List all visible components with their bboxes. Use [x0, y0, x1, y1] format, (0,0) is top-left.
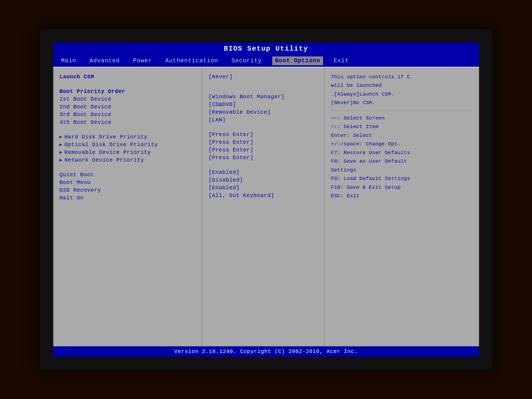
content-area: Launch CSM Boot Priority Order 1st Boot … — [53, 67, 479, 346]
removable-priority[interactable]: Removable Device Priority — [60, 149, 195, 155]
launch-csm-label[interactable]: Launch CSM — [60, 74, 195, 80]
key-help-8: F10: Save & Exit Setup — [331, 184, 473, 191]
menu-boot-options[interactable]: Boot Options — [272, 56, 323, 65]
boot-menu-label[interactable]: Boot Menu — [60, 179, 195, 186]
right-panel: This option controls if C will be launch… — [325, 67, 479, 346]
d2d-recovery-label[interactable]: D2D Recovery — [60, 187, 195, 193]
title-bar: BIOS Setup Utility — [53, 43, 479, 55]
key-help-9: ESC: Exit — [331, 192, 473, 200]
boot-device-4[interactable]: 4th Boot Device — [60, 119, 195, 125]
priority-value-2: [Press Enter] — [209, 139, 318, 145]
menu-bar: Main Advanced Power Authentication Secur… — [53, 55, 479, 67]
help-line-0: This option controls if C — [331, 73, 473, 81]
key-help-2: Enter: Select — [331, 132, 473, 139]
boot-device-value-4: [LAN] — [209, 117, 318, 123]
menu-advanced[interactable]: Advanced — [87, 56, 122, 65]
key-help-0: →←: Select Screen — [331, 114, 473, 122]
help-line-3: [Never]No CSM. — [331, 99, 473, 107]
key-help-6: Settings — [331, 166, 473, 174]
misc-value-2: [Disabled] — [209, 177, 318, 183]
boot-device-1[interactable]: 1st Boot Device — [60, 96, 195, 102]
priority-value-3: [Press Enter] — [209, 147, 318, 153]
key-help-1: ↑↓: Select Item — [331, 123, 473, 131]
launch-csm-value: [Never] — [209, 74, 318, 80]
help-line-2: .[Always]Launch CSM. — [331, 91, 473, 98]
help-line-1: will be launched — [331, 82, 473, 89]
menu-security[interactable]: Security — [229, 56, 265, 65]
center-panel: [Never] [Windows Boot Manager] [CD&DVD] … — [202, 67, 325, 346]
misc-value-4: [All, but Keyboard] — [209, 192, 318, 199]
key-help-5: F8: Save as User Default — [331, 158, 473, 165]
halt-on-label[interactable]: Halt On — [60, 195, 195, 201]
priority-value-1: [Press Enter] — [209, 131, 318, 138]
left-panel: Launch CSM Boot Priority Order 1st Boot … — [53, 67, 202, 346]
boot-device-3[interactable]: 3rd Boot Device — [60, 112, 195, 118]
menu-authentication[interactable]: Authentication — [163, 56, 221, 65]
right-divider — [331, 110, 473, 111]
quiet-boot-label[interactable]: Quiet Boot — [60, 172, 195, 178]
boot-priority-label: Boot Priority Order — [60, 88, 195, 94]
boot-device-value-3: [Removable Device] — [209, 109, 318, 115]
footer-bar: Version 2.16.1240. Copyright (C) 2002-20… — [53, 346, 479, 357]
network-priority[interactable]: Network Device Priority — [60, 157, 195, 163]
version-text: Version 2.16.1240. Copyright (C) 2002-20… — [174, 348, 358, 355]
menu-exit[interactable]: Exit — [331, 56, 352, 65]
hdd-priority[interactable]: Hard Disk Drive Priority — [60, 134, 195, 140]
menu-main[interactable]: Main — [59, 56, 79, 65]
bios-title: BIOS Setup Utility — [224, 45, 308, 53]
odd-priority[interactable]: Optical Disk Drive Priority — [60, 142, 195, 148]
key-help-3: +/-/space: Change Opt. — [331, 140, 473, 148]
key-help-7: F9: Load Default Settings — [331, 175, 473, 183]
boot-device-value-1: [Windows Boot Manager] — [209, 94, 318, 100]
bios-screen: BIOS Setup Utility Main Advanced Power A… — [53, 43, 479, 357]
key-help-4: F7: Restore User Defaults — [331, 149, 473, 157]
misc-value-3: [Enabled] — [209, 185, 318, 191]
menu-power[interactable]: Power — [130, 56, 155, 65]
misc-value-1: [Enabled] — [209, 169, 318, 175]
boot-device-value-2: [CD&DVD] — [209, 101, 318, 108]
priority-value-4: [Press Enter] — [209, 155, 318, 161]
monitor-bezel: BIOS Setup Utility Main Advanced Power A… — [40, 29, 492, 370]
boot-device-2[interactable]: 2nd Boot Device — [60, 104, 195, 110]
